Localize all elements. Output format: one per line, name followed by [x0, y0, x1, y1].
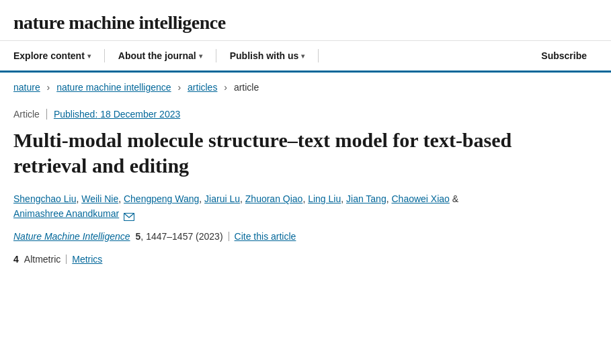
breadcrumb-journal[interactable]: nature machine intelligence	[56, 82, 171, 93]
chevron-down-icon: ▾	[199, 52, 202, 60]
author-3[interactable]: Chengpeng Wang	[124, 193, 199, 204]
email-icon[interactable]	[124, 210, 134, 218]
nav-explore-content[interactable]: Explore content ▾	[13, 41, 101, 71]
cite-separator	[229, 232, 229, 241]
author-1[interactable]: Shengchao Liu	[13, 193, 76, 204]
nav-divider-2	[216, 49, 216, 62]
article-meta: Article Published: 18 December 2023	[0, 102, 611, 124]
citation-line: Nature Machine Intelligence 5, 1447–1457…	[0, 224, 611, 247]
altmetric-label: Altmetric	[24, 254, 60, 265]
citation-volume: 5, 1447–1457 (2023)	[136, 231, 223, 242]
nav-about-journal[interactable]: About the journal ▾	[108, 41, 213, 71]
breadcrumb-articles[interactable]: articles	[188, 82, 217, 93]
nav-subscribe[interactable]: Subscribe	[530, 41, 598, 71]
breadcrumb-sep-2: ›	[178, 82, 181, 93]
metrics-link[interactable]: Metrics	[72, 254, 102, 265]
author-5[interactable]: Zhuoran Qiao	[245, 193, 303, 204]
breadcrumb-sep-3: ›	[224, 82, 227, 93]
breadcrumb-sep-1: ›	[47, 82, 50, 93]
breadcrumb-article: article	[234, 82, 259, 93]
altmetric-line: 4 Altmetric Metrics	[0, 247, 611, 271]
article-title: Multi-modal molecule structure–text mode…	[0, 124, 578, 187]
chevron-down-icon: ▾	[87, 52, 91, 60]
author-6[interactable]: Ling Liu	[308, 193, 341, 204]
breadcrumb-nature[interactable]: nature	[13, 82, 40, 93]
nav-publish-with-us[interactable]: Publish with us ▾	[219, 41, 316, 71]
nav-divider-3	[318, 49, 319, 62]
site-logo[interactable]: nature machine intelligence	[13, 12, 598, 34]
author-2[interactable]: Weili Nie	[81, 193, 118, 204]
cite-this-article-link[interactable]: Cite this article	[235, 231, 296, 242]
author-7[interactable]: Jian Tang	[346, 193, 386, 204]
authors-line: Shengchao Liu, Weili Nie, Chengpeng Wang…	[0, 187, 611, 224]
alt-separator	[66, 255, 67, 264]
author-9[interactable]: Animashree Anandkumar	[13, 208, 119, 219]
main-nav: Explore content ▾ About the journal ▾ Pu…	[0, 41, 611, 73]
author-4[interactable]: Jiarui Lu	[204, 193, 240, 204]
chevron-down-icon: ▾	[301, 52, 304, 60]
logo-bar: nature machine intelligence	[0, 0, 611, 41]
author-8[interactable]: Chaowei Xiao	[391, 193, 449, 204]
nav-divider	[104, 49, 105, 62]
article-type: Article	[13, 109, 40, 120]
breadcrumb: nature › nature machine intelligence › a…	[0, 73, 611, 102]
journal-name-link[interactable]: Nature Machine Intelligence	[13, 231, 130, 242]
meta-separator	[46, 109, 47, 120]
altmetric-score: 4	[13, 254, 19, 265]
published-date[interactable]: Published: 18 December 2023	[54, 109, 180, 120]
